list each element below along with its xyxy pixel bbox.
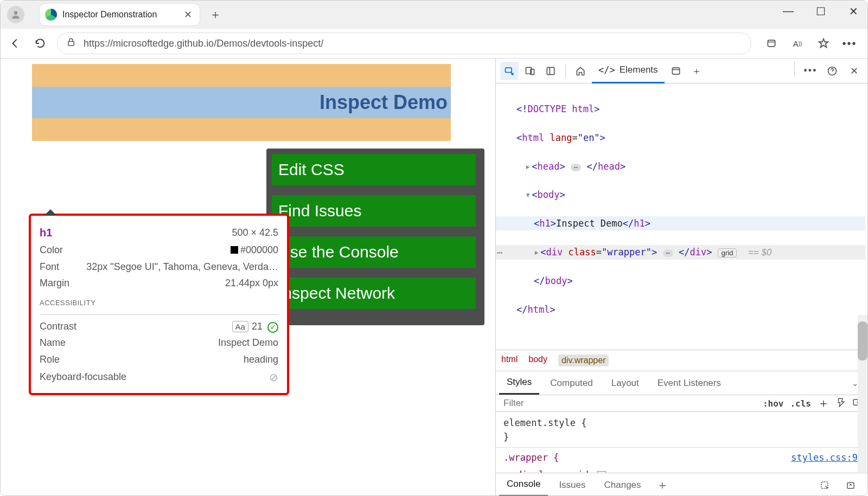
new-style-rule-icon[interactable]: ＋ [818,395,829,411]
tooltip-accessibility-heading: ACCESSIBILITY [40,297,278,309]
styles-tabbar: Styles Computed Layout Event Listeners ⌄ [496,371,867,395]
elements-tab[interactable]: </> Elements [592,59,665,83]
changes-tab[interactable]: Changes [597,474,649,496]
page-button-use-console[interactable]: Use the Console [272,236,476,268]
hov-toggle[interactable]: :hov [763,398,784,409]
margin-overlay-bottom [32,118,451,141]
tooltip-font-label: Font [40,259,59,275]
inspect-element-toggle[interactable] [500,62,519,80]
page-viewport: Inspect Demo Edit CSS Find Issues Use th… [1,59,495,496]
favorite-icon[interactable] [815,35,832,51]
application-tab-icon[interactable] [667,62,685,80]
edge-favicon [45,9,57,21]
scrollbar-thumb[interactable] [858,321,867,360]
tooltip-role-value: heading [244,351,278,368]
tab-title: Inspector Demonstration [62,10,157,20]
svg-rect-1 [68,42,74,46]
tooltip-color-label: Color [40,242,63,259]
tooltip-divider [40,314,278,315]
page-button-find-issues[interactable]: Find Issues [272,195,476,227]
no-icon: ⊘ [269,368,278,387]
tab-close-icon[interactable]: ✕ [184,9,192,21]
svg-point-0 [14,11,18,15]
computed-tab[interactable]: Computed [542,372,600,394]
minimize-button[interactable]: ― [780,5,797,18]
paint-flash-icon[interactable] [836,397,846,409]
styles-filter-row: :hov .cls ＋ [496,395,867,412]
lock-icon [66,37,76,49]
breadcrumb-wrapper[interactable]: div.wrapper [558,355,609,366]
devtools-more-icon[interactable]: ••• [801,62,820,80]
tooltip-role-label: Role [40,351,60,368]
drawer-expand-icon[interactable] [841,476,860,494]
cls-toggle[interactable]: .cls [790,398,811,409]
tooltip-margin-value: 21.44px 0px [225,275,278,292]
console-tab[interactable]: Console [499,473,548,496]
drawer-add-icon[interactable]: ＋ [652,477,673,493]
styles-filter-input[interactable] [496,398,757,409]
drawer-dock-icon[interactable] [815,476,834,494]
app-icon[interactable] [763,35,780,51]
device-emulation-toggle[interactable] [521,62,539,80]
refresh-button[interactable] [32,35,48,51]
breadcrumb-html[interactable]: html [501,355,518,366]
grid-icon[interactable] [597,471,606,473]
tooltip-font-value: 32px "Segoe UI", Tahoma, Geneva, Verda… [86,259,278,275]
window-controls: ― ☐ ✕ [780,5,862,18]
more-tabs-icon[interactable]: ＋ [687,62,706,80]
tooltip-contrast-value: Aa21 ✓ [232,318,278,335]
address-bar[interactable]: https://microsoftedge.github.io/Demos/de… [57,33,751,54]
close-window-button[interactable]: ✕ [845,5,862,18]
back-button[interactable] [7,35,23,51]
more-icon[interactable]: ••• [841,35,858,51]
tooltip-dimensions: 500 × 42.5 [232,224,278,241]
new-tab-button[interactable]: ＋ [209,7,221,23]
read-aloud-icon[interactable]: A)) [789,35,806,51]
styles-panel[interactable]: element.style { } styles.css:9 .wrapper … [496,412,867,473]
page-button-edit-css[interactable]: Edit CSS [272,154,476,185]
activity-bar-toggle[interactable] [541,62,560,80]
dom-node-h1[interactable]: <h1>Inspect Demo</h1> [496,216,865,230]
page-wrapper: Edit CSS Find Issues Use the Console Ins… [266,149,484,325]
tooltip-contrast-label: Contrast [40,318,76,335]
page-heading[interactable]: Inspect Demo [32,87,451,118]
url-text: https://microsoftedge.github.io/Demos/de… [84,38,742,49]
devtools-help-icon[interactable] [823,62,841,80]
browser-tab[interactable]: Inspector Demonstration ✕ [40,4,200,25]
dom-node-wrapper[interactable]: ▸<div class="wrapper"> ⋯ </div> grid == … [496,245,865,260]
dom-breadcrumb[interactable]: html body div.wrapper [496,350,867,371]
event-listeners-tab[interactable]: Event Listeners [650,372,729,394]
margin-overlay-top [32,64,451,87]
devtools-toolbar: </> Elements ＋ ••• ✕ [496,59,867,83]
dom-tree[interactable]: <!DOCTYPE html> <html lang="en"> ▸<head>… [496,83,867,350]
tooltip-color-value: #000000 [231,242,278,259]
profile-icon[interactable] [7,6,24,23]
svg-rect-2 [768,40,775,47]
browser-toolbar: https://microsoftedge.github.io/Demos/de… [1,29,867,59]
browser-titlebar: Inspector Demonstration ✕ ＋ ― ☐ ✕ [1,1,867,29]
devtools-drawer: Console Issues Changes ＋ [496,473,867,496]
svg-rect-6 [547,67,554,74]
check-icon: ✓ [267,322,278,333]
devtools-panel: </> Elements ＋ ••• ✕ <!DOCTYPE html> <ht… [495,59,867,496]
styles-tab[interactable]: Styles [499,371,539,395]
svg-rect-11 [847,482,854,488]
maximize-button[interactable]: ☐ [812,5,829,18]
tooltip-name-label: Name [40,334,66,351]
page-button-inspect-network[interactable]: Inspect Network [272,278,476,309]
tooltip-keyboard-label: Keyboard-focusable [40,369,126,385]
svg-rect-7 [672,68,679,74]
breadcrumb-body[interactable]: body [528,355,547,366]
source-link[interactable]: styles.css:9 [791,451,858,465]
tooltip-tagname: h1 [40,223,52,242]
layout-tab[interactable]: Layout [604,372,647,394]
devtools-close-icon[interactable]: ✕ [845,62,863,80]
tooltip-margin-label: Margin [40,275,69,292]
welcome-tab[interactable] [571,62,590,80]
issues-tab[interactable]: Issues [551,474,593,496]
tooltip-name-value: Inspect Demo [218,334,278,351]
inspect-tooltip: h1 500 × 42.5 Color #000000 Font 32px "S… [29,214,289,395]
